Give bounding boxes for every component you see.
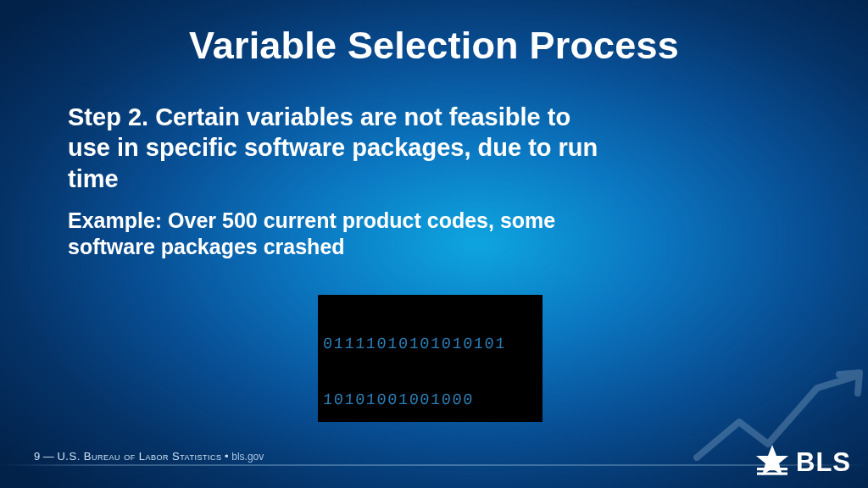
svg-rect-2 [757,473,787,475]
logo-text: BLS [796,447,851,478]
footer-site: bls.gov [231,451,264,463]
error-binary-image: 01111010101010101 10101001001000 1011010… [318,295,542,422]
binary-row: 01111010101010101 [322,336,537,354]
slide: Variable Selection Process Step 2. Certa… [0,0,868,488]
footer-divider [0,464,868,466]
page-number: 9 [34,450,57,463]
bls-logo: BLS [754,442,851,483]
footer-org: U.S. Bureau of Labor Statistics [57,450,221,463]
footer: 9 U.S. Bureau of Labor Statistics • bls.… [34,450,264,463]
binary-row: 10101001001000 [322,391,537,410]
step-text: Step 2. Certain variables are not feasib… [68,102,610,194]
star-icon [754,442,791,483]
example-text: Example: Over 500 current product codes,… [68,208,610,261]
svg-rect-1 [757,468,787,470]
svg-marker-0 [756,445,788,475]
slide-title: Variable Selection Process [0,24,868,68]
